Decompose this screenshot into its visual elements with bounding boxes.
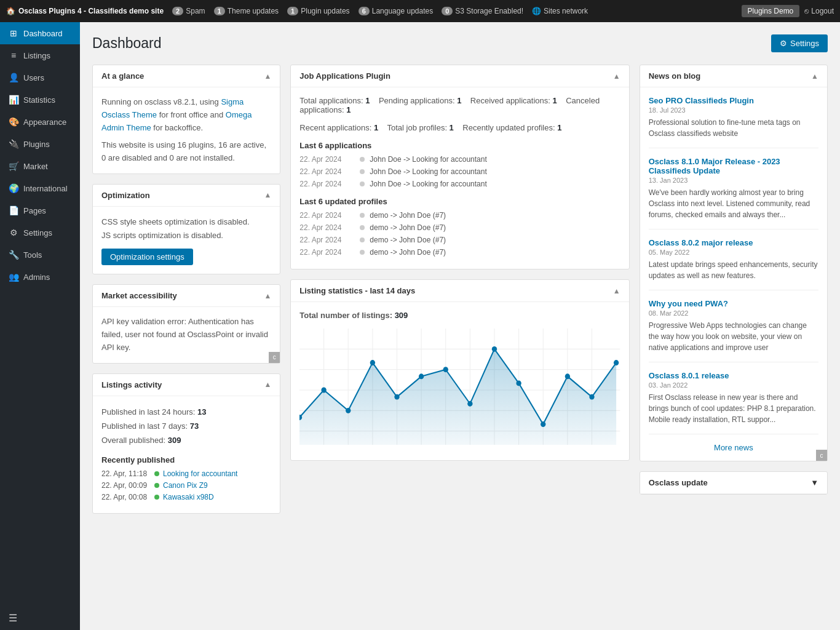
sidebar-item-settings[interactable]: ⚙ Settings: [0, 221, 80, 244]
osclass-update-collapse[interactable]: ▼: [810, 478, 818, 487]
left-column: At a glance ▲ Running on osclass v8.2.1,…: [92, 65, 280, 524]
job-applications-title: Job Applications Plugin: [299, 71, 390, 81]
news-link-3[interactable]: Osclass 8.0.2 major release: [649, 238, 753, 247]
svg-point-22: [395, 394, 400, 400]
profile-item-2: 22. Apr 2024 demo -> John Doe (#7): [299, 223, 620, 232]
settings-icon: ⚙: [9, 228, 18, 237]
spam-badge-item[interactable]: 2 Spam: [172, 7, 205, 15]
theme-updates-badge-item[interactable]: 1 Theme updates: [214, 7, 279, 15]
sidebar-item-listings[interactable]: ≡ Listings: [0, 44, 80, 66]
admins-icon: 👥: [9, 272, 18, 282]
news-link-2[interactable]: Osclass 8.1.0 Major Release - 2023 Class…: [649, 157, 780, 175]
optimization-settings-button[interactable]: Optimization settings: [101, 249, 193, 265]
pub-link-2[interactable]: Canon Pix Z9: [163, 481, 208, 490]
profile-dot-4: [360, 250, 365, 255]
svg-point-25: [468, 401, 473, 407]
plugins-demo-button[interactable]: Plugins Demo: [742, 5, 800, 17]
app-item-2: 22. Apr 2024 John Doe -> Looking for acc…: [299, 167, 620, 176]
svg-point-31: [614, 360, 619, 365]
news-item-2: Osclass 8.1.0 Major Release - 2023 Class…: [649, 157, 818, 229]
plugin-updates-count: 1: [287, 7, 298, 15]
sidebar-label-appearance: Appearance: [23, 118, 66, 127]
app-item-3: 22. Apr 2024 John Doe -> Looking for acc…: [299, 180, 620, 188]
market-accessibility-title: Market accessibility: [101, 291, 177, 300]
pub-date-3: 22. Apr, 00:08: [101, 493, 151, 501]
sidebar-item-market[interactable]: 🛒 Market: [0, 155, 80, 177]
sites-network-item[interactable]: 🌐 Sites network: [532, 7, 588, 15]
market-error-text: API key validation error: Authentication…: [101, 316, 271, 354]
sidebar-item-dashboard[interactable]: ⊞ Dashboard: [0, 22, 80, 44]
gear-icon: ⚙: [780, 39, 787, 48]
users-icon: 👤: [9, 73, 18, 82]
more-news-link[interactable]: More news: [714, 443, 753, 452]
app-text-3: John Doe -> Looking for accountant: [370, 180, 486, 188]
sidebar-item-users[interactable]: 👤 Users: [0, 66, 80, 89]
sidebar-item-plugins[interactable]: 🔌 Plugins: [0, 133, 80, 155]
news-link-1[interactable]: Seo PRO Classifieds Plugin: [649, 96, 754, 105]
news-date-4: 08. Mar 2022: [649, 309, 818, 317]
sidebar-label-pages: Pages: [23, 206, 46, 215]
home-icon: 🏠: [6, 7, 15, 15]
published-7d: Published in last 7 days: 73: [101, 419, 271, 433]
main-content: Dashboard ⚙ Settings At a glance ▲ Runni…: [80, 22, 840, 630]
news-title-4: Why you need PWA?: [649, 299, 818, 308]
listings-activity-title: Listings activity: [101, 380, 162, 389]
listings-activity-collapse[interactable]: ▲: [264, 380, 271, 389]
listings-chart-svg: [299, 329, 620, 452]
sidebar-item-international[interactable]: 🌍 International: [0, 177, 80, 199]
app-date-3: 22. Apr 2024: [299, 180, 355, 188]
news-text-2: We've been hardly working almost year to…: [649, 187, 818, 220]
job-applications-collapse[interactable]: ▲: [613, 72, 620, 81]
optimization-text: CSS style sheets optimization is disable…: [101, 215, 271, 242]
pub-item-2: 22. Apr, 00:09 Canon Pix Z9: [101, 481, 271, 490]
sidebar-item-statistics[interactable]: 📊 Statistics: [0, 89, 80, 111]
profile-text-4: demo -> John Doe (#7): [370, 248, 446, 257]
svg-point-26: [492, 346, 497, 352]
news-collapse[interactable]: ▲: [811, 72, 818, 81]
at-a-glance-body: Running on osclass v8.2.1, using Sigma O…: [93, 87, 280, 173]
settings-button[interactable]: ⚙ Settings: [771, 34, 828, 52]
site-name[interactable]: 🏠 Osclass Plugins 4 - Classifieds demo s…: [6, 7, 164, 15]
profile-dot-1: [360, 213, 365, 218]
market-corner-btn[interactable]: c: [269, 352, 280, 363]
market-collapse[interactable]: ▲: [264, 292, 271, 300]
news-text-5: First Osclass release in new year is the…: [649, 392, 818, 425]
pub-dot-1: [154, 471, 159, 476]
pub-link-3[interactable]: Kawasaki x98D: [163, 493, 214, 501]
news-link-4[interactable]: Why you need PWA?: [649, 299, 728, 308]
more-news: More news: [649, 443, 818, 452]
sidebar-item-appearance[interactable]: 🎨 Appearance: [0, 111, 80, 133]
listing-statistics-collapse[interactable]: ▲: [613, 287, 620, 295]
hamburger-icon[interactable]: ☰: [9, 613, 17, 623]
app-dot-2: [360, 169, 365, 174]
logout-button[interactable]: ⎋ Logout: [804, 7, 834, 15]
s3-count: 0: [442, 7, 453, 15]
news-text-4: Progressive Web Apps technologies can ch…: [649, 320, 818, 353]
svg-point-28: [541, 421, 545, 427]
sidebar-item-admins[interactable]: 👥 Admins: [0, 266, 80, 288]
sidebar-item-pages[interactable]: 📄 Pages: [0, 199, 80, 221]
news-corner-btn[interactable]: c: [816, 450, 827, 461]
sidebar-label-settings: Settings: [23, 228, 52, 237]
listings-activity-body: Published in last 24 hours: 13 Published…: [93, 396, 280, 513]
last6-apps-title: Last 6 applications: [299, 141, 620, 150]
optimization-collapse[interactable]: ▲: [264, 191, 271, 199]
pub-link-1[interactable]: Looking for accountant: [163, 469, 237, 478]
center-column: Job Applications Plugin ▲ Total applicat…: [290, 65, 629, 471]
market-accessibility-header: Market accessibility ▲: [93, 285, 280, 307]
sidebar-label-market: Market: [23, 162, 48, 171]
total-listings: Total number of listings: 309: [299, 311, 620, 320]
news-text-3: Latest update brings speed enhancements,…: [649, 259, 818, 281]
language-updates-badge-item[interactable]: 6 Language updates: [359, 7, 434, 15]
s3-badge-item[interactable]: 0 S3 Storage Enabled!: [442, 7, 523, 15]
at-a-glance-collapse[interactable]: ▲: [264, 72, 271, 81]
spam-label: Spam: [186, 7, 205, 15]
sidebar-item-tools[interactable]: 🔧 Tools: [0, 244, 80, 266]
news-on-blog-card: News on blog ▲ Seo PRO Classifieds Plugi…: [640, 65, 828, 461]
language-updates-label: Language updates: [372, 7, 433, 15]
sidebar-label-statistics: Statistics: [23, 95, 55, 105]
profile-item-1: 22. Apr 2024 demo -> John Doe (#7): [299, 211, 620, 220]
news-item-1: Seo PRO Classifieds Plugin 18. Jul 2023 …: [649, 96, 818, 148]
plugin-updates-badge-item[interactable]: 1 Plugin updates: [287, 7, 350, 15]
news-link-5[interactable]: Osclass 8.0.1 release: [649, 371, 729, 380]
